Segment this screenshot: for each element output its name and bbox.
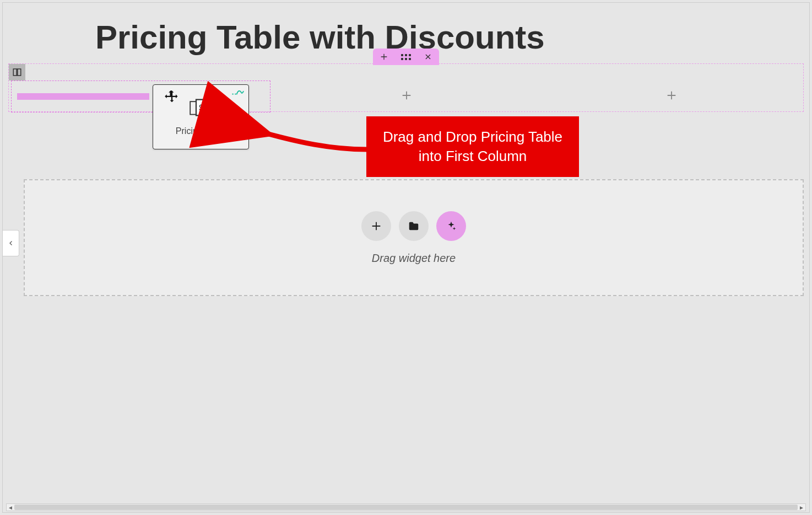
page-title: Pricing Table with Discounts (95, 18, 545, 56)
dropzone-ai-button[interactable] (436, 211, 466, 241)
widget-card-label: Pricing Table (176, 126, 226, 136)
empty-section-dropzone[interactable]: Drag widget here (24, 179, 804, 296)
dropzone-template-button[interactable] (399, 211, 429, 241)
plus-icon (665, 89, 678, 101)
scroll-right-button[interactable]: ► (798, 504, 805, 511)
section-drag-handle[interactable] (401, 52, 411, 62)
drag-handle-icon (401, 54, 411, 60)
section-controls-tab (373, 49, 439, 65)
plus-icon (400, 89, 413, 101)
plus-icon (370, 220, 382, 232)
section-add-button[interactable] (379, 52, 389, 62)
columns-row (9, 81, 803, 112)
dragging-widget-card[interactable]: $ Pricing Table (153, 84, 249, 149)
scrollbar-thumb[interactable] (14, 505, 798, 510)
svg-point-3 (235, 93, 236, 94)
svg-rect-5 (206, 101, 212, 114)
column-2-dropzone[interactable] (277, 81, 535, 112)
pricing-table-widget-icon: $ (189, 98, 213, 120)
add-widget-column-2[interactable] (400, 88, 413, 105)
sidebar-collapse-handle[interactable] (3, 230, 19, 256)
sparkle-icon (445, 220, 457, 232)
svg-text:$: $ (198, 103, 203, 112)
add-widget-column-3[interactable] (665, 88, 678, 105)
section-delete-button[interactable] (423, 52, 433, 62)
plus-icon (380, 52, 388, 61)
close-icon (424, 53, 432, 61)
chevron-left-icon (8, 240, 14, 246)
drop-indicator-bar (17, 93, 149, 100)
section-container[interactable] (8, 63, 804, 112)
annotation-arrow (254, 123, 370, 153)
svg-rect-4 (190, 101, 196, 114)
scroll-left-button[interactable]: ◄ (7, 504, 14, 511)
dropzone-actions (361, 211, 466, 241)
editor-canvas: Pricing Table with Discounts (2, 2, 810, 513)
column-3-dropzone[interactable] (543, 81, 801, 112)
dropzone-add-button[interactable] (361, 211, 391, 241)
widget-brand-badge-icon (231, 87, 244, 99)
horizontal-scrollbar[interactable]: ◄ ► (6, 503, 806, 511)
folder-icon (408, 220, 420, 232)
move-cursor-icon (164, 89, 180, 107)
svg-rect-0 (13, 69, 17, 76)
dropzone-hint-text: Drag widget here (372, 252, 456, 265)
svg-point-2 (232, 93, 233, 94)
annotation-callout: Drag and Drop Pricing Table into First C… (366, 116, 579, 177)
columns-icon (12, 67, 22, 77)
svg-rect-1 (18, 69, 21, 76)
column-edit-handle[interactable] (9, 64, 25, 81)
